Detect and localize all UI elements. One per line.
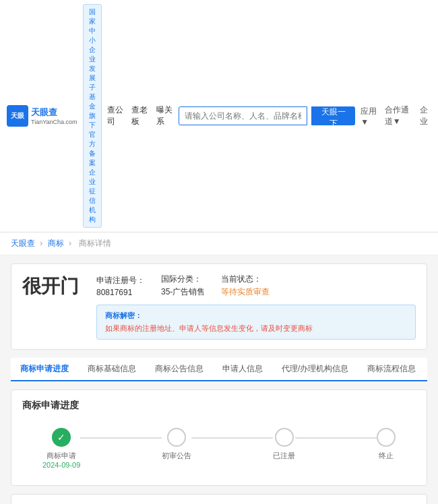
- step-line-3: [295, 437, 377, 439]
- nav-company[interactable]: 查公司: [107, 104, 124, 127]
- nav-boss[interactable]: 查老板: [131, 104, 148, 127]
- logo-icon: 天眼: [7, 105, 28, 127]
- tab-process[interactable]: 商标流程信息: [358, 358, 425, 381]
- trademark-info-card: 很开门 申请注册号： 80817691 国际分类： 35-广告销售 当前状态： …: [11, 263, 427, 350]
- tabs-bar: 商标申请进度 商标基础信息 商标公告信息 申请人信息 代理/办理机构信息 商标流…: [11, 358, 427, 381]
- partner-menu[interactable]: 合作通道▼: [385, 104, 413, 127]
- breadcrumb-home[interactable]: 天眼查: [11, 239, 35, 248]
- intl-class-field: 国际分类： 35-广告销售: [161, 274, 205, 298]
- tab-basic-info[interactable]: 商标基础信息: [78, 358, 146, 381]
- search-button[interactable]: 天眼一下: [311, 106, 355, 125]
- step-1: 商标申请 2024-09-09: [42, 428, 80, 469]
- step-circle-1: [52, 428, 71, 447]
- status-value: 等待实质审查: [221, 286, 270, 298]
- trademark-name-large: 很开门: [22, 274, 83, 299]
- step-circle-3: [275, 428, 294, 447]
- status-label: 当前状态：: [221, 274, 270, 285]
- reg-number-label: 申请注册号：: [96, 275, 145, 286]
- step-line-2: [191, 437, 273, 439]
- info-fields: 申请注册号： 80817691 国际分类： 35-广告销售 当前状态： 等待实质…: [96, 274, 416, 298]
- intl-class-label: 国际分类：: [161, 274, 205, 285]
- logo-sub: TianYanCha.com: [31, 119, 77, 125]
- alert-box: 商标解密： 如果商标的注册地址、申请人等信息发生变化，请及时变更商标: [96, 305, 416, 340]
- progress-section: 商标申请进度 商标申请 2024-09-09 初审公告 已注册: [11, 389, 427, 486]
- breadcrumb-sep2: ›: [69, 239, 73, 248]
- main-content: 很开门 申请注册号： 80817691 国际分类： 35-广告销售 当前状态： …: [0, 255, 438, 504]
- reg-number-value: 80817691: [96, 288, 145, 297]
- step-circle-4: [377, 428, 396, 447]
- reg-number-field: 申请注册号： 80817691: [96, 275, 145, 297]
- alert-title: 商标解密：: [105, 311, 407, 321]
- tab-announcement[interactable]: 商标公告信息: [146, 358, 213, 381]
- intl-class-value: 35-广告销售: [161, 286, 205, 298]
- header-right: 应用▼ 合作通道▼ 企业: [361, 104, 431, 127]
- header: 天眼 天眼查 TianYanCha.com 国家中小企业发展子基金旗下 官方备案…: [0, 0, 438, 232]
- breadcrumb-sep1: ›: [40, 239, 44, 248]
- search-input[interactable]: [179, 106, 307, 125]
- step-label-1: 商标申请: [46, 451, 76, 461]
- basic-info-section: 商标基础信息 商标 很开门 商标名称 - 申请/注册号 80817691 国际分…: [11, 494, 427, 504]
- header-nav: 查公司 查老板 曝关系: [107, 104, 174, 127]
- tab-progress[interactable]: 商标申请进度: [11, 358, 78, 381]
- step-date-1: 2024-09-09: [42, 461, 80, 469]
- nav-relation[interactable]: 曝关系: [156, 104, 173, 127]
- tab-goods[interactable]: 商品/服务项目: [425, 358, 427, 381]
- logo: 天眼 天眼查 TianYanCha.com: [7, 105, 77, 127]
- header-banner: 国家中小企业发展子基金旗下 官方备案企业征信机构: [83, 4, 102, 228]
- status-field: 当前状态： 等待实质审查: [221, 274, 270, 298]
- breadcrumb: 天眼查 › 商标 › 商标详情: [0, 232, 438, 255]
- step-label-3: 已注册: [273, 451, 295, 461]
- step-2: 初审公告: [162, 428, 191, 461]
- app-menu[interactable]: 应用▼: [361, 106, 377, 127]
- alert-content: 如果商标的注册地址、申请人等信息发生变化，请及时变更商标: [105, 323, 407, 334]
- search-area: 天眼一下: [179, 106, 355, 125]
- step-circle-2: [167, 428, 186, 447]
- step-4: 终止: [377, 428, 396, 461]
- tab-agency[interactable]: 代理/办理机构信息: [272, 358, 358, 381]
- progress-title: 商标申请进度: [22, 400, 416, 412]
- breadcrumb-trademark[interactable]: 商标: [48, 239, 64, 248]
- logo-text: 天眼查: [31, 106, 77, 119]
- step-3: 已注册: [273, 428, 295, 461]
- step-label-2: 初审公告: [162, 451, 191, 461]
- enterprise-menu[interactable]: 企业: [420, 104, 431, 127]
- step-label-4: 终止: [379, 451, 394, 461]
- breadcrumb-current: 商标详情: [79, 239, 111, 248]
- tab-applicant[interactable]: 申请人信息: [213, 358, 272, 381]
- step-line-1: [80, 437, 162, 439]
